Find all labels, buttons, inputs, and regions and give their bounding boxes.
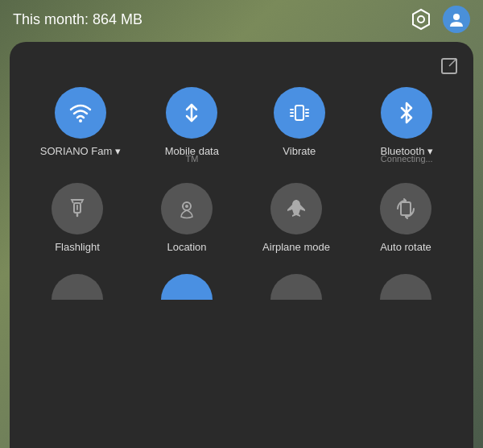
bottom-partial-row: [23, 274, 460, 300]
status-bar: This month: 864 MB: [0, 0, 483, 39]
bluetooth-sublabel: Connecting...: [381, 154, 433, 164]
edit-icon[interactable]: [438, 55, 460, 77]
mobile-data-circle: [166, 87, 217, 139]
partial-tile-3[interactable]: [270, 274, 322, 300]
flashlight-tile[interactable]: Flashlight: [41, 183, 114, 255]
auto-rotate-tile[interactable]: Auto rotate: [369, 183, 442, 255]
bluetooth-label-wrapper: Bluetooth ▾ Connecting...: [380, 145, 433, 164]
auto-rotate-circle: [380, 183, 431, 234]
bluetooth-circle: [381, 87, 432, 139]
mobile-data-tile[interactable]: Mobile data TM: [155, 87, 228, 164]
location-tile[interactable]: Location: [151, 183, 223, 255]
airplane-label-wrapper: Airplane mode: [262, 241, 330, 255]
status-icons: [407, 6, 470, 33]
user-avatar-icon[interactable]: [443, 6, 470, 33]
svg-point-2: [453, 14, 460, 20]
mobile-data-sublabel: TM: [185, 154, 198, 164]
wifi-label: SORIANO Fam ▾: [40, 145, 121, 159]
svg-rect-8: [295, 106, 303, 120]
svg-point-6: [79, 119, 82, 122]
svg-rect-20: [401, 202, 411, 215]
airplane-circle: [270, 183, 322, 234]
partial-tile-4[interactable]: [380, 274, 431, 300]
bluetooth-tile[interactable]: Bluetooth ▾ Connecting...: [370, 87, 443, 164]
tiles-row-2: Flashlight Location: [23, 183, 460, 255]
flashlight-label: Flashlight: [55, 241, 100, 255]
location-circle: [161, 183, 213, 234]
airplane-label: Airplane mode: [262, 241, 330, 255]
location-label: Location: [167, 241, 206, 255]
vibrate-label-wrapper: Vibrate: [283, 145, 316, 159]
airplane-mode-tile[interactable]: Airplane mode: [260, 183, 332, 255]
hex-shield-icon[interactable]: [407, 6, 435, 33]
mobile-data-label-wrapper: Mobile data TM: [165, 145, 219, 164]
auto-rotate-label-wrapper: Auto rotate: [380, 241, 431, 255]
flashlight-circle: [52, 183, 103, 234]
partial-tile-1[interactable]: [52, 274, 103, 300]
svg-marker-0: [413, 10, 429, 29]
quick-settings-panel: SORIANO Fam ▾ Mobile data TM: [10, 42, 473, 448]
wifi-circle: [55, 87, 106, 139]
tiles-row-1: SORIANO Fam ▾ Mobile data TM: [23, 87, 460, 164]
wifi-label-wrapper: SORIANO Fam ▾: [40, 145, 121, 159]
vibrate-circle: [274, 87, 325, 139]
flashlight-label-wrapper: Flashlight: [55, 241, 100, 255]
svg-point-19: [185, 205, 188, 208]
vibrate-label: Vibrate: [283, 145, 316, 159]
vibrate-tile[interactable]: Vibrate: [263, 87, 336, 159]
svg-point-1: [418, 16, 424, 23]
location-label-wrapper: Location: [167, 241, 206, 255]
partial-tile-2[interactable]: [161, 274, 213, 300]
edit-icon-wrapper: [23, 55, 460, 77]
data-usage-title: This month: 864 MB: [13, 11, 142, 28]
auto-rotate-label: Auto rotate: [380, 241, 431, 255]
wifi-tile[interactable]: SORIANO Fam ▾: [40, 87, 121, 159]
